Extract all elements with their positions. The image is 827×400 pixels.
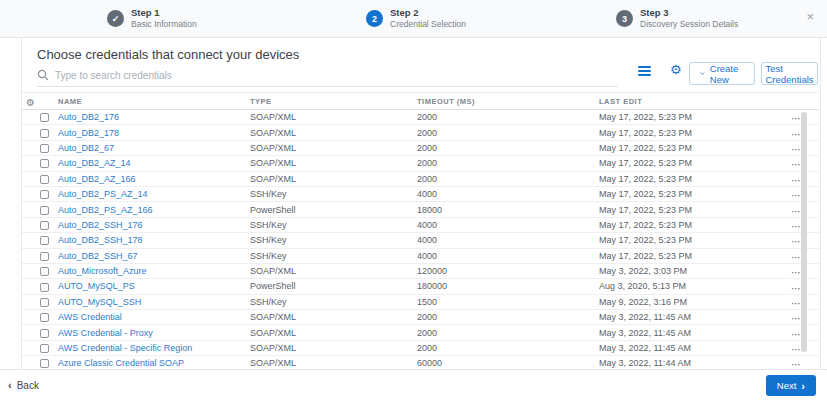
credential-type: PowerShell xyxy=(250,205,417,215)
row-checkbox[interactable] xyxy=(40,267,49,276)
chevron-left-icon: ‹ xyxy=(8,379,12,391)
credential-name-link[interactable]: Auto_DB2_SSH_178 xyxy=(58,235,143,245)
credential-name-link[interactable]: AWS Credential - Specific Region xyxy=(58,343,192,353)
table-row: Auto_DB2_AZ_14 SOAP/XML 2000 May 17, 202… xyxy=(22,156,819,171)
row-checkbox[interactable] xyxy=(40,144,49,153)
credential-timeout: 2000 xyxy=(417,343,599,353)
list-filter-icon[interactable] xyxy=(638,66,651,78)
credential-name-link[interactable]: Auto_DB2_PS_AZ_14 xyxy=(58,189,148,199)
row-checkbox[interactable] xyxy=(40,236,49,245)
credential-timeout: 18000 xyxy=(417,205,599,215)
wizard-footer: ‹ Back Next › xyxy=(0,369,827,400)
column-header-name[interactable]: NAME xyxy=(58,97,250,106)
gear-icon[interactable]: ⚙ xyxy=(670,62,682,78)
credential-name-link[interactable]: Auto_DB2_176 xyxy=(58,112,119,122)
row-checkbox[interactable] xyxy=(40,298,49,307)
credential-name-link[interactable]: Auto_DB2_AZ_166 xyxy=(58,174,136,184)
table-row: AUTO_MySQL_SSH SSH/Key 1500 May 9, 2022,… xyxy=(22,295,819,310)
stepper-step-credential-selection[interactable]: 2 Step 2 Credential Selection xyxy=(366,7,466,30)
credential-type: SSH/Key xyxy=(250,235,417,245)
credential-last-edit: May 3, 2022, 11:45 AM xyxy=(599,343,774,353)
credential-type: SOAP/XML xyxy=(250,174,417,184)
credential-timeout: 60000 xyxy=(417,358,599,368)
step-title: Step 1 xyxy=(131,7,197,19)
create-new-label: Create New xyxy=(710,63,744,85)
row-checkbox[interactable] xyxy=(40,190,49,199)
row-checkbox[interactable] xyxy=(40,329,49,338)
credential-name-link[interactable]: AUTO_MySQL_SSH xyxy=(58,297,141,307)
credential-timeout: 2000 xyxy=(417,328,599,338)
table-row: AWS Credential SOAP/XML 2000 May 3, 2022… xyxy=(22,310,819,325)
credential-name-link[interactable]: Auto_DB2_SSH_176 xyxy=(58,220,143,230)
table-row: Auto_DB2_SSH_178 SSH/Key 4000 May 17, 20… xyxy=(22,233,819,248)
test-credentials-button[interactable]: Test Credentials xyxy=(761,62,818,85)
credential-timeout: 2000 xyxy=(417,143,599,153)
credential-name-link[interactable]: Auto_DB2_178 xyxy=(58,128,119,138)
table-row: Auto_DB2_SSH_176 SSH/Key 4000 May 17, 20… xyxy=(22,218,819,233)
stepper-step-basic-information[interactable]: ✓ Step 1 Basic Information xyxy=(107,7,197,30)
credential-name-link[interactable]: AUTO_MySQL_PS xyxy=(58,281,135,291)
column-header-timeout[interactable]: TIMEOUT (MS) xyxy=(417,97,599,106)
credentials-table: ⚙ NAME TYPE TIMEOUT (MS) LAST EDIT Auto_… xyxy=(22,92,819,369)
table-scrollbar[interactable] xyxy=(801,112,807,352)
credential-timeout: 4000 xyxy=(417,235,599,245)
row-checkbox[interactable] xyxy=(40,206,49,215)
row-checkbox[interactable] xyxy=(40,344,49,353)
credential-name-link[interactable]: AWS Credential xyxy=(58,312,122,322)
credential-last-edit: May 9, 2022, 3:16 PM xyxy=(599,297,774,307)
credential-last-edit: May 17, 2022, 5:23 PM xyxy=(599,174,774,184)
row-actions-menu-icon[interactable]: ⋯ xyxy=(791,359,802,369)
credential-name-link[interactable]: Auto_DB2_SSH_67 xyxy=(58,251,138,261)
table-row: Auto_DB2_176 SOAP/XML 2000 May 17, 2022,… xyxy=(22,110,819,125)
credential-name-link[interactable]: Auto_DB2_AZ_14 xyxy=(58,158,131,168)
back-button[interactable]: ‹ Back xyxy=(8,379,39,391)
credential-type: SSH/Key xyxy=(250,251,417,261)
test-credentials-label: Test Credentials xyxy=(765,63,813,85)
chevron-down-icon xyxy=(700,70,705,77)
credential-timeout: 120000 xyxy=(417,266,599,276)
table-row: Auto_DB2_SSH_67 SSH/Key 4000 May 17, 202… xyxy=(22,249,819,264)
row-checkbox[interactable] xyxy=(40,129,49,138)
credential-name-link[interactable]: AWS Credential - Proxy xyxy=(58,328,153,338)
create-new-button[interactable]: Create New xyxy=(689,62,755,85)
close-icon[interactable]: × xyxy=(806,10,814,23)
column-header-type[interactable]: TYPE xyxy=(250,97,417,106)
search-input[interactable] xyxy=(55,70,618,81)
credential-last-edit: May 17, 2022, 5:23 PM xyxy=(599,235,774,245)
row-checkbox[interactable] xyxy=(40,113,49,122)
table-settings-gear-icon[interactable]: ⚙ xyxy=(26,97,35,108)
step-subtitle: Discovery Session Details xyxy=(640,19,738,30)
row-checkbox[interactable] xyxy=(40,159,49,168)
row-checkbox[interactable] xyxy=(40,175,49,184)
column-header-last-edit[interactable]: LAST EDIT xyxy=(599,97,774,106)
credential-timeout: 2000 xyxy=(417,174,599,184)
credential-last-edit: May 3, 2022, 11:45 AM xyxy=(599,328,774,338)
table-row: AWS Credential - Specific Region SOAP/XM… xyxy=(22,341,819,356)
credential-name-link[interactable]: Auto_DB2_67 xyxy=(58,143,114,153)
credential-type: SOAP/XML xyxy=(250,128,417,138)
row-checkbox[interactable] xyxy=(40,313,49,322)
back-label: Back xyxy=(17,380,39,391)
next-button[interactable]: Next › xyxy=(766,375,816,396)
check-icon: ✓ xyxy=(107,10,124,27)
credential-type: PowerShell xyxy=(250,281,417,291)
credential-name-link[interactable]: Auto_Microsoft_Azure xyxy=(58,266,147,276)
credential-name-link[interactable]: Auto_DB2_PS_AZ_166 xyxy=(58,205,153,215)
page-title: Choose credentials that connect your dev… xyxy=(37,47,299,62)
credential-last-edit: May 17, 2022, 5:23 PM xyxy=(599,205,774,215)
credential-type: SOAP/XML xyxy=(250,158,417,168)
credential-last-edit: May 17, 2022, 5:23 PM xyxy=(599,128,774,138)
credential-type: SOAP/XML xyxy=(250,266,417,276)
row-checkbox[interactable] xyxy=(40,283,49,292)
credential-last-edit: May 17, 2022, 5:23 PM xyxy=(599,158,774,168)
credential-last-edit: May 17, 2022, 5:23 PM xyxy=(599,112,774,122)
step-subtitle: Credential Selection xyxy=(390,19,466,30)
row-checkbox[interactable] xyxy=(40,252,49,261)
credential-name-link[interactable]: Azure Classic Credential SOAP xyxy=(58,358,184,368)
credential-search xyxy=(37,64,618,87)
credential-type: SSH/Key xyxy=(250,297,417,307)
row-checkbox[interactable] xyxy=(40,359,49,368)
row-checkbox[interactable] xyxy=(40,221,49,230)
table-row: Auto_DB2_PS_AZ_14 SSH/Key 4000 May 17, 2… xyxy=(22,187,819,202)
stepper-step-discovery-session-details[interactable]: 3 Step 3 Discovery Session Details xyxy=(616,7,738,30)
